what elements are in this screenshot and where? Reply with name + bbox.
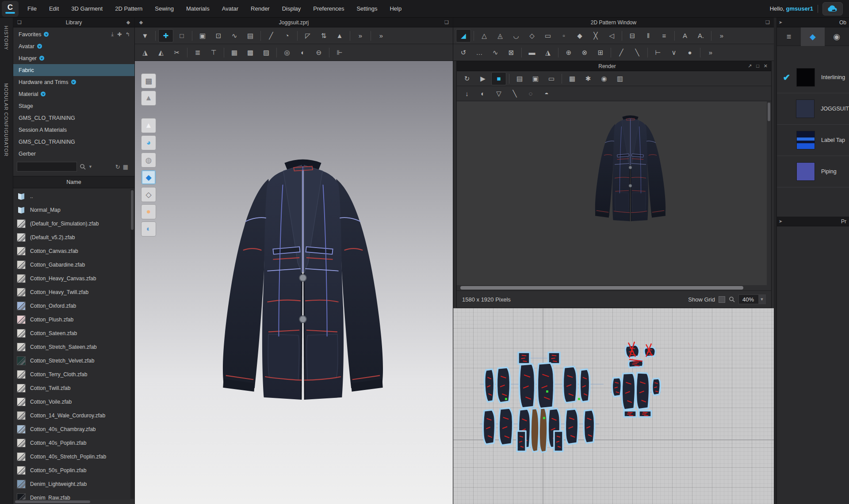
seam-dots-icon[interactable]: …	[472, 46, 487, 59]
mesh-shirt3-icon[interactable]: ▨	[259, 46, 274, 59]
fabric-tab[interactable]: ◆	[801, 27, 825, 46]
sew-free2-icon[interactable]: ⊗	[577, 46, 592, 59]
more-tools-icon[interactable]: »	[703, 46, 718, 59]
ghost-garment-icon[interactable]: ▲	[141, 91, 156, 106]
pattern-piece[interactable]	[565, 409, 578, 444]
more-tools-icon[interactable]: »	[374, 29, 389, 42]
schedule-render-icon[interactable]: ▥	[612, 72, 627, 85]
free-sew-icon[interactable]: ∿	[488, 46, 503, 59]
popout-icon[interactable]: ❏	[16, 19, 23, 25]
avatar-skin-icon[interactable]: ●	[141, 204, 156, 219]
fabric-color-swatch[interactable]	[796, 99, 815, 118]
cloud-sync-button[interactable]	[822, 2, 843, 15]
file-row[interactable]: Cotton_Gabardine.zfab	[13, 258, 134, 271]
menu-item-help[interactable]: Help	[383, 0, 408, 18]
mesh-shirt-icon[interactable]: ▦	[227, 46, 242, 59]
show-garment-icon[interactable]: ▲	[141, 118, 156, 133]
dart-icon[interactable]: ◆	[572, 29, 587, 42]
library-horizontal-scrollbar[interactable]	[13, 500, 134, 504]
file-row[interactable]: Cotton_14_Wale_Corduroy.zfab	[13, 409, 134, 422]
more-tools-icon[interactable]: »	[353, 29, 368, 42]
file-row[interactable]: Cotton_Terry_Cloth.zfab	[13, 367, 134, 381]
library-category-gms-clo-training[interactable]: GMS_CLO_TRAINING	[13, 112, 134, 124]
file-row[interactable]: Cotton_Stretch_Sateen.zfab	[13, 340, 134, 354]
open-folder-icon[interactable]: ▭	[544, 72, 559, 85]
mesh-surface-icon[interactable]: ◇	[141, 187, 156, 202]
avatar-move-icon[interactable]: ◭	[153, 46, 168, 59]
needle-icon[interactable]: ╱	[264, 29, 279, 42]
float-window-icon[interactable]: ↗	[748, 63, 752, 69]
maximize-window-icon[interactable]: □	[756, 63, 759, 69]
menu-item-avatar[interactable]: Avatar	[216, 0, 245, 18]
edit-point-icon[interactable]: ◬	[493, 29, 508, 42]
video-render-icon[interactable]: ▶	[475, 72, 490, 85]
panel-splitter[interactable]	[774, 18, 777, 504]
measure-height-icon[interactable]: ⊢	[650, 46, 665, 59]
sync-render-icon[interactable]: ↻	[459, 72, 474, 85]
more-tools-icon[interactable]: »	[714, 29, 729, 42]
fabric-color-swatch[interactable]	[796, 162, 815, 181]
file-row[interactable]: Cotton_40s_Chambray.zfab	[13, 422, 134, 436]
show-panel-icon[interactable]: ⊟	[625, 29, 640, 42]
pins-icon[interactable]: ⊤	[206, 46, 221, 59]
pin-icon[interactable]: ▣	[195, 29, 210, 42]
dotted-rectangle-icon[interactable]: ▫	[556, 29, 571, 42]
garment-3d-jacket[interactable]	[188, 130, 418, 428]
viewport-3d-canvas[interactable]: ▩▲▲◕◍◆◇●◐	[135, 61, 453, 504]
button-tab[interactable]: ◉	[825, 27, 849, 46]
library-search-input[interactable]	[17, 162, 77, 172]
file-row[interactable]: Cotton_Canvas.zfab	[13, 244, 134, 258]
file-row[interactable]: Cotton_Plush.zfab	[13, 313, 134, 326]
edit-pattern-icon[interactable]: △	[477, 29, 492, 42]
menu-item-preferences[interactable]: Preferences	[307, 0, 350, 18]
rectangle-icon[interactable]: ▭	[540, 29, 555, 42]
funnel-icon[interactable]: ▽	[491, 87, 506, 100]
clo-logo[interactable]: C	[2, 1, 19, 17]
pattern-piece[interactable]	[483, 410, 495, 444]
snapshot-icon[interactable]: ▣	[528, 72, 543, 85]
scene-list-tab[interactable]: ≡	[777, 27, 801, 46]
library-category-stage[interactable]: Stage	[13, 100, 134, 112]
box-pleat-icon[interactable]: ⊠	[504, 46, 519, 59]
avatar-display-icon[interactable]: ◮	[138, 46, 153, 59]
library-category-avatar[interactable]: Avatarv	[13, 40, 134, 52]
file-row[interactable]: Cotton_Twill.zfab	[13, 381, 134, 395]
globe-icon[interactable]: ◐	[295, 46, 310, 59]
text-add-icon[interactable]: A.	[693, 29, 708, 42]
reset-layout-icon[interactable]: ↺	[456, 46, 471, 59]
pin-icon[interactable]: ◆	[125, 19, 132, 25]
avatar-tool-icon[interactable]: ▲	[332, 29, 347, 42]
line-icon[interactable]: ╱	[614, 46, 629, 59]
select-box-icon[interactable]: □	[174, 29, 189, 42]
library-category-hanger[interactable]: Hangerv	[13, 52, 134, 64]
modular-configurator-tab[interactable]: MODULAR CONFIGURATOR	[4, 83, 9, 157]
menu-item-render[interactable]: Render	[245, 0, 276, 18]
render-vertical-scrollbar[interactable]	[767, 101, 771, 285]
pattern-piece[interactable]	[636, 373, 649, 409]
library-category-favorites[interactable]: Favoritesv⤓✚↰	[13, 28, 134, 40]
avatar-size-icon[interactable]: ⊩	[332, 46, 347, 59]
menu-item-edit[interactable]: Edit	[43, 0, 65, 18]
fabric-row[interactable]: ✔Interlining	[777, 62, 849, 93]
mesh-icon[interactable]: ⊞	[593, 46, 608, 59]
file-row[interactable]: Denim_Raw.zfab	[13, 491, 134, 500]
select-move-icon[interactable]: ✚	[158, 29, 173, 42]
environment-sphere-icon[interactable]: ◐	[475, 87, 490, 100]
fabric-row[interactable]: Piping	[777, 156, 849, 187]
library-category-hardware-and-trims[interactable]: Hardware and Trimsv	[13, 76, 134, 88]
measure-width-icon[interactable]: ∨	[666, 46, 681, 59]
iron-icon[interactable]: ▬	[524, 46, 539, 59]
trace-icon[interactable]: ◁	[604, 29, 619, 42]
fabric-color-swatch[interactable]	[796, 68, 815, 87]
camera-properties-icon[interactable]: ◉	[597, 72, 612, 85]
pattern-2d-canvas[interactable]	[453, 308, 774, 504]
collapse-arrow-icon[interactable]: ➤	[779, 20, 785, 25]
library-vertical-scrollbar[interactable]	[130, 189, 134, 499]
file-row[interactable]: Cotton_Oxford.zfab	[13, 299, 134, 313]
category-action-icon[interactable]: ⤓	[111, 31, 114, 38]
show-grid-checkbox[interactable]	[719, 296, 725, 303]
transform-pattern-icon[interactable]: ◢	[456, 29, 471, 42]
pattern-piece[interactable]	[622, 373, 635, 410]
name-column-header[interactable]: Name	[13, 176, 134, 188]
flatten-icon[interactable]: ◸	[300, 29, 315, 42]
